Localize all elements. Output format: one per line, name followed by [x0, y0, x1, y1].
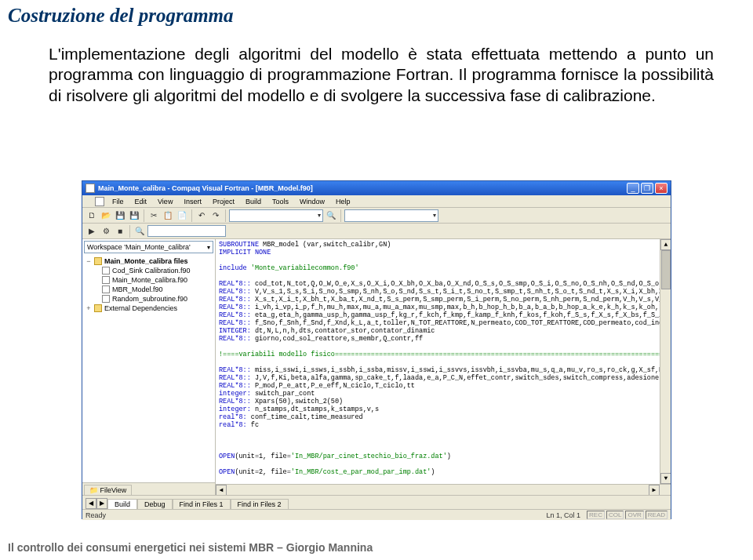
tab-find1[interactable]: Find in Files 1	[173, 499, 231, 509]
window-title: Main_Monte_calibra - Compaq Visual Fortr…	[98, 184, 627, 192]
tree-item[interactable]: Cod_Sink Calibration.f90	[85, 266, 212, 275]
compile-icon[interactable]: ▶	[85, 225, 98, 238]
tab-debug[interactable]: Debug	[137, 499, 173, 509]
menu-help[interactable]: Help	[331, 197, 355, 206]
status-ready: Ready	[85, 511, 106, 519]
menubar: File Edit View Insert Project Build Tool…	[82, 195, 671, 208]
stop-icon[interactable]: ■	[114, 225, 126, 238]
menu-tools[interactable]: Tools	[267, 197, 293, 206]
code-content: SUBROUTINE MBR_model (var,switch_calibr,…	[216, 239, 671, 495]
tree-root[interactable]: −Main_Monte_calibra files	[85, 256, 212, 266]
output-tabs: ◀ ▶ Build Debug Find in Files 1 Find in …	[82, 495, 671, 509]
file-tree: −Main_Monte_calibra files Cod_Sink Calib…	[82, 255, 215, 315]
menu-file[interactable]: File	[107, 197, 129, 206]
menu-build[interactable]: Build	[241, 197, 266, 206]
slide-footer: Il controllo dei consumi energetici nei …	[8, 541, 373, 554]
undo-icon[interactable]: ↶	[195, 209, 208, 222]
menu-window[interactable]: Window	[295, 197, 329, 206]
tab-fileview[interactable]: 📁 FileView	[84, 485, 132, 495]
tree-item[interactable]: Random_subroutine.f90	[85, 294, 212, 304]
save-all-icon[interactable]: 💾	[128, 209, 140, 222]
ide-screenshot: Main_Monte_calibra - Compaq Visual Fortr…	[82, 180, 671, 519]
tab-find2[interactable]: Find in Files 2	[231, 499, 289, 509]
status-col: COL	[606, 511, 624, 519]
redo-icon[interactable]: ↷	[209, 209, 222, 222]
main-toolbar: 🗋 📂 💾 💾 ✂ 📋 📄 ↶ ↷ 🔍	[82, 208, 671, 224]
build-icon[interactable]: ⚙	[100, 225, 112, 238]
scroll-down-icon[interactable]: ▼	[660, 473, 671, 484]
open-icon[interactable]: 📂	[100, 209, 112, 222]
minimize-button[interactable]: _	[627, 183, 639, 194]
new-icon[interactable]: 🗋	[85, 209, 98, 222]
document-icon	[95, 197, 104, 206]
paste-icon[interactable]: 📄	[176, 209, 188, 222]
find-input[interactable]	[147, 225, 226, 237]
code-editor[interactable]: SUBROUTINE MBR_model (var,switch_calibr,…	[216, 239, 671, 495]
tree-external-deps[interactable]: +External Dependencies	[85, 304, 212, 313]
scroll-right-icon[interactable]: ▶	[96, 498, 107, 509]
tree-item[interactable]: MBR_Model.f90	[85, 285, 212, 294]
status-position: Ln 1, Col 1	[547, 511, 581, 519]
sidebar-tabs: 📁 FileView	[82, 482, 215, 495]
scroll-thumb[interactable]	[661, 250, 671, 289]
scroll-left-icon[interactable]: ◀	[85, 498, 96, 509]
statusbar: Ready Ln 1, Col 1 REC COL OVR READ	[82, 509, 671, 520]
workspace-selector[interactable]: Workspace 'Main_Monte_calibra'	[84, 241, 213, 253]
maximize-button[interactable]: ❐	[641, 183, 653, 194]
scroll-right-icon[interactable]: ▶	[649, 485, 660, 495]
app-icon	[85, 184, 95, 193]
member-dropdown[interactable]	[344, 209, 438, 222]
find-icon[interactable]: 🔍	[133, 225, 146, 238]
copy-icon[interactable]: 📋	[162, 209, 174, 222]
close-button[interactable]: ×	[655, 183, 668, 194]
status-rec: REC	[587, 511, 605, 519]
workarea: Workspace 'Main_Monte_calibra' −Main_Mon…	[82, 239, 671, 495]
window-titlebar: Main_Monte_calibra - Compaq Visual Fortr…	[82, 181, 671, 195]
status-read: READ	[646, 511, 668, 519]
menu-project[interactable]: Project	[208, 197, 239, 206]
body-paragraph: L'implementazione degli algoritmi del mo…	[49, 44, 714, 106]
context-dropdown[interactable]	[229, 209, 323, 222]
tab-build[interactable]: Build	[107, 499, 137, 509]
save-icon[interactable]: 💾	[114, 209, 126, 222]
secondary-toolbar: ▶ ⚙ ■ 🔍	[82, 224, 671, 239]
status-ovr: OVR	[625, 511, 643, 519]
menu-insert[interactable]: Insert	[179, 197, 206, 206]
scroll-up-icon[interactable]: ▲	[660, 239, 671, 250]
scroll-left-icon[interactable]: ◀	[216, 485, 227, 495]
slide-title: Costruzione del programma	[8, 5, 234, 27]
cut-icon[interactable]: ✂	[147, 209, 160, 222]
menu-edit[interactable]: Edit	[130, 197, 152, 206]
menu-view[interactable]: View	[153, 197, 177, 206]
vertical-scrollbar[interactable]: ▲ ▼	[660, 239, 671, 484]
horizontal-scrollbar[interactable]: ◀ ▶	[216, 484, 671, 495]
tree-item[interactable]: Main_Monte_calibra.f90	[85, 275, 212, 285]
workspace-panel: Workspace 'Main_Monte_calibra' −Main_Mon…	[82, 239, 216, 495]
search-icon[interactable]: 🔍	[325, 209, 337, 222]
